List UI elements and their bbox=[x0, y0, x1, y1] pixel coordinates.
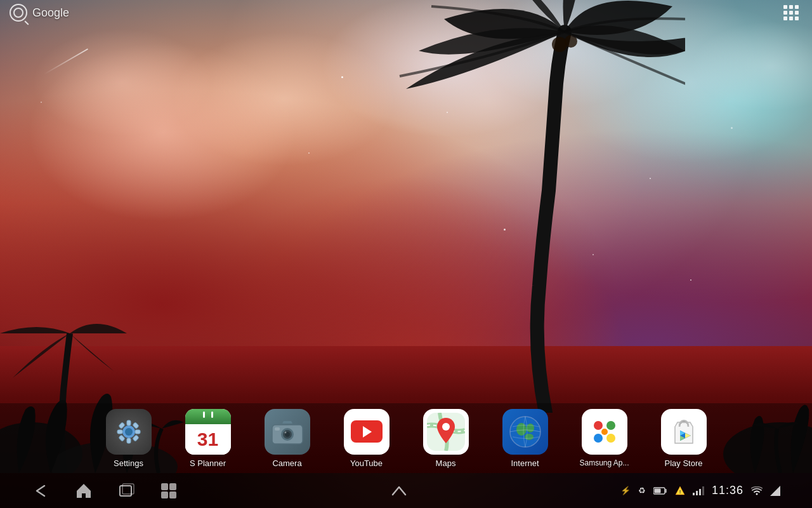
svg-rect-7 bbox=[127, 420, 131, 425]
warning-icon: ! bbox=[675, 486, 685, 496]
playstore-label: Play Store bbox=[665, 458, 703, 468]
svg-point-34 bbox=[594, 434, 603, 443]
internet-label: Internet bbox=[511, 458, 539, 468]
search-icon bbox=[10, 4, 27, 22]
camera-label: Camera bbox=[272, 458, 301, 468]
grid-dot bbox=[783, 11, 787, 15]
youtube-label: YouTube bbox=[350, 458, 383, 468]
grid-dot bbox=[789, 5, 793, 9]
wifi-icon bbox=[751, 486, 763, 495]
svg-rect-9 bbox=[117, 430, 122, 434]
splanner-label: S Planner bbox=[190, 458, 226, 468]
svg-rect-54 bbox=[699, 489, 701, 495]
grid-dot bbox=[783, 17, 787, 20]
grid-dot bbox=[783, 5, 787, 9]
battery-icon bbox=[653, 486, 667, 495]
app-camera[interactable]: Camera bbox=[252, 409, 322, 468]
screenshot-button[interactable] bbox=[160, 482, 178, 500]
navigation-bar: ⚡ ♻ ! 11:36 bbox=[0, 473, 812, 508]
status-right: ⚡ ♻ ! 11:36 bbox=[620, 484, 780, 497]
svg-rect-8 bbox=[127, 438, 131, 443]
maps-icon bbox=[423, 409, 469, 455]
app-maps[interactable]: Maps bbox=[411, 409, 481, 468]
splanner-icon: 31 bbox=[185, 409, 231, 455]
internet-icon bbox=[502, 409, 548, 455]
app-dock: Settings 31 S Planner bbox=[0, 403, 812, 473]
samsung-apps-icon bbox=[582, 409, 627, 455]
svg-point-32 bbox=[594, 421, 603, 430]
svg-rect-46 bbox=[161, 491, 168, 498]
google-search-bar[interactable]: Google bbox=[10, 4, 69, 22]
svg-point-20 bbox=[284, 431, 286, 433]
svg-rect-21 bbox=[275, 427, 280, 431]
svg-rect-52 bbox=[693, 493, 695, 495]
google-label: Google bbox=[32, 6, 69, 20]
app-internet[interactable]: Internet bbox=[490, 409, 560, 468]
svg-rect-45 bbox=[169, 483, 176, 490]
grid-dot bbox=[795, 5, 799, 9]
time-display: 11:36 bbox=[712, 484, 743, 497]
app-playstore[interactable]: Play Store bbox=[649, 409, 719, 468]
svg-marker-56 bbox=[770, 486, 780, 496]
signal-icon bbox=[693, 486, 704, 495]
grid-dot bbox=[795, 11, 799, 15]
nav-left-group bbox=[32, 482, 178, 500]
cell-signal-icon bbox=[770, 486, 780, 496]
svg-rect-50 bbox=[654, 488, 660, 493]
calendar-date: 31 bbox=[197, 429, 218, 450]
status-bar: Google bbox=[0, 0, 812, 25]
svg-rect-44 bbox=[161, 483, 168, 490]
app-settings[interactable]: Settings bbox=[94, 409, 164, 468]
svg-point-24 bbox=[442, 423, 450, 431]
youtube-icon bbox=[344, 409, 390, 455]
playstore-icon bbox=[661, 409, 707, 455]
svg-text:!: ! bbox=[679, 489, 681, 495]
svg-point-6 bbox=[125, 428, 133, 436]
app-splanner[interactable]: 31 S Planner bbox=[173, 409, 243, 468]
svg-rect-53 bbox=[696, 491, 698, 495]
settings-label: Settings bbox=[114, 458, 143, 468]
svg-point-33 bbox=[606, 421, 615, 430]
sync-icon: ♻ bbox=[638, 486, 646, 495]
svg-rect-10 bbox=[135, 430, 140, 434]
dock-toggle[interactable] bbox=[391, 486, 407, 496]
grid-dot bbox=[789, 17, 793, 20]
svg-rect-49 bbox=[665, 489, 667, 493]
palm-tree-main bbox=[368, 0, 685, 413]
grid-dot bbox=[795, 17, 799, 20]
back-button[interactable] bbox=[32, 483, 49, 498]
usb-icon: ⚡ bbox=[620, 486, 631, 495]
grid-dot bbox=[789, 11, 793, 15]
home-button[interactable] bbox=[75, 482, 93, 500]
app-youtube[interactable]: YouTube bbox=[332, 409, 402, 468]
svg-point-29 bbox=[525, 434, 534, 440]
svg-rect-47 bbox=[169, 491, 176, 498]
recent-apps-button[interactable] bbox=[118, 483, 134, 499]
svg-point-36 bbox=[601, 429, 608, 435]
svg-rect-55 bbox=[702, 486, 704, 495]
apps-grid-button[interactable] bbox=[780, 1, 802, 24]
samsung-label: Samsung Ap... bbox=[579, 458, 629, 467]
maps-label: Maps bbox=[436, 458, 456, 468]
svg-point-35 bbox=[606, 434, 615, 443]
camera-icon bbox=[265, 409, 310, 455]
app-samsung[interactable]: Samsung Ap... bbox=[570, 409, 639, 467]
svg-point-0 bbox=[552, 37, 567, 52]
svg-point-27 bbox=[516, 423, 527, 436]
settings-icon bbox=[106, 409, 152, 455]
